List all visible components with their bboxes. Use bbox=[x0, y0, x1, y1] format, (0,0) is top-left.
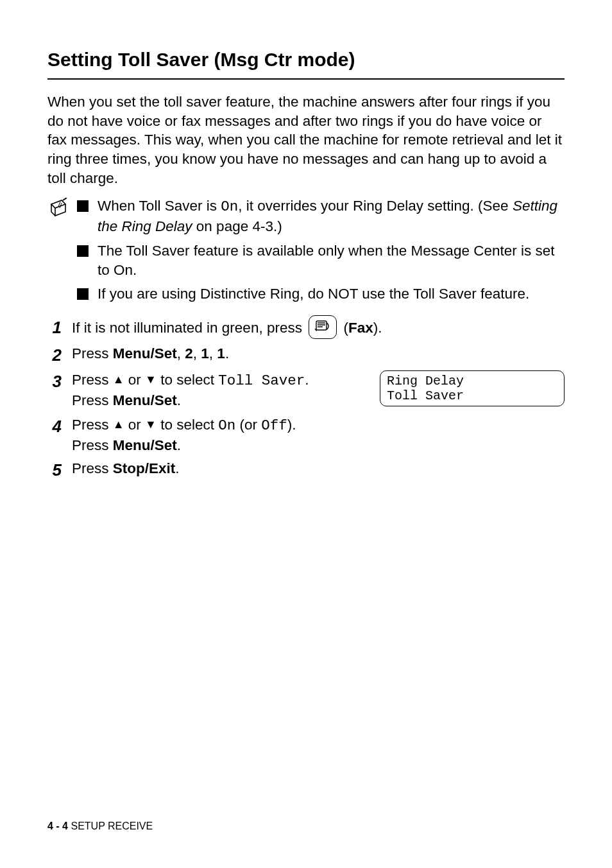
note-item: The Toll Saver feature is available only… bbox=[77, 241, 565, 279]
step-number: 3 bbox=[47, 370, 62, 393]
square-bullet-icon bbox=[77, 288, 89, 300]
note-text: The Toll Saver feature is available only… bbox=[98, 241, 565, 279]
step-number: 2 bbox=[47, 344, 62, 367]
up-arrow-icon: ▲ bbox=[113, 418, 124, 431]
step-2: 2 Press Menu/Set, 2, 1, 1. bbox=[47, 344, 565, 367]
lcd-display: Ring Delay Toll Saver bbox=[380, 370, 565, 406]
square-bullet-icon bbox=[77, 245, 89, 257]
square-bullet-icon bbox=[77, 200, 89, 212]
step-number: 1 bbox=[47, 317, 62, 339]
footer-section: SETUP RECEIVE bbox=[68, 820, 153, 831]
steps-list: 1 If it is not illuminated in green, pre… bbox=[47, 317, 565, 482]
note-item: If you are using Distinctive Ring, do NO… bbox=[77, 284, 565, 304]
svg-rect-0 bbox=[316, 321, 327, 330]
step-text: Fax bbox=[348, 320, 373, 336]
page-number: 4 - 4 bbox=[47, 820, 68, 831]
note-text: If you are using Distinctive Ring, do NO… bbox=[98, 284, 565, 304]
note-text: When Toll Saver is On, it overrides your… bbox=[98, 196, 565, 236]
step-3: 3 Press ▲ or ▼ to select Toll Saver. Pre… bbox=[47, 370, 565, 412]
step-text: ). bbox=[373, 320, 382, 336]
step-4: 4 Press ▲ or ▼ to select On (or Off). Pr… bbox=[47, 415, 565, 455]
down-arrow-icon: ▼ bbox=[145, 373, 157, 386]
note-block: When Toll Saver is On, it overrides your… bbox=[47, 196, 565, 308]
up-arrow-icon: ▲ bbox=[113, 373, 124, 386]
step-text: If it is not illuminated in green, press bbox=[72, 320, 306, 336]
step-body: If it is not illuminated in green, press… bbox=[72, 317, 565, 340]
step-body: Press ▲ or ▼ to select Toll Saver. Press… bbox=[72, 370, 565, 410]
step-body: Press Menu/Set, 2, 1, 1. bbox=[72, 344, 565, 363]
fax-button-icon bbox=[309, 315, 337, 339]
step-number: 4 bbox=[47, 415, 62, 438]
down-arrow-icon: ▼ bbox=[145, 418, 157, 431]
title-rule bbox=[47, 78, 565, 80]
step-text: ( bbox=[343, 320, 348, 336]
intro-paragraph: When you set the toll saver feature, the… bbox=[47, 92, 565, 187]
step-body: Press Stop/Exit. bbox=[72, 459, 565, 478]
step-1: 1 If it is not illuminated in green, pre… bbox=[47, 317, 565, 340]
page-footer: 4 - 4 SETUP RECEIVE bbox=[47, 820, 153, 832]
step-5: 5 Press Stop/Exit. bbox=[47, 459, 565, 482]
note-item: When Toll Saver is On, it overrides your… bbox=[77, 196, 565, 236]
section-title: Setting Toll Saver (Msg Ctr mode) bbox=[47, 49, 565, 71]
manual-page: Setting Toll Saver (Msg Ctr mode) When y… bbox=[0, 0, 612, 868]
step-body: Press ▲ or ▼ to select On (or Off). Pres… bbox=[72, 415, 565, 455]
note-icon bbox=[47, 198, 69, 222]
note-list: When Toll Saver is On, it overrides your… bbox=[77, 196, 565, 308]
step-number: 5 bbox=[47, 459, 62, 482]
